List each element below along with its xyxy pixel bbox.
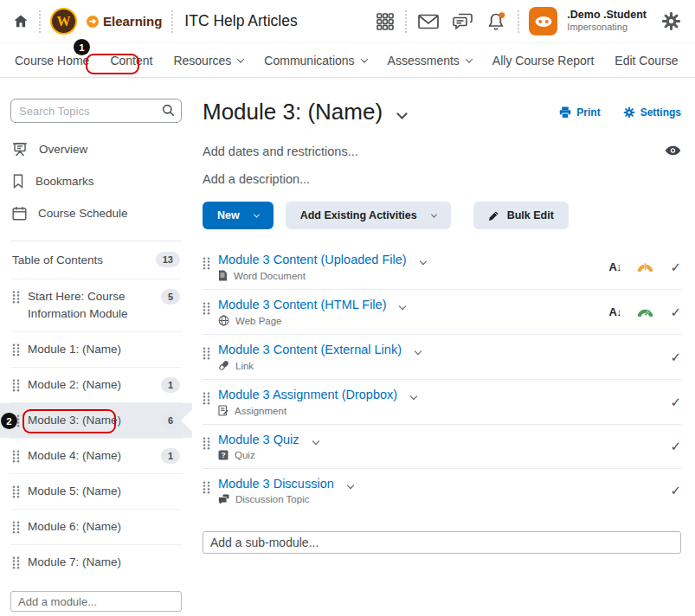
nav-label: Communications bbox=[264, 54, 354, 67]
chevron-down-icon[interactable] bbox=[347, 482, 354, 489]
nav-assessments[interactable]: Assessments bbox=[388, 54, 472, 67]
toc-count-badge: 13 bbox=[156, 252, 180, 267]
mail-icon[interactable] bbox=[416, 12, 441, 31]
new-button[interactable]: New bbox=[203, 202, 273, 229]
sidebar-item-course-schedule[interactable]: Course Schedule bbox=[10, 197, 182, 229]
home-icon[interactable] bbox=[12, 13, 29, 29]
drag-handle-icon[interactable] bbox=[203, 437, 210, 450]
app-launcher-icon[interactable] bbox=[375, 11, 396, 32]
add-description[interactable]: Add a description... bbox=[203, 172, 681, 186]
word-document-icon bbox=[218, 270, 228, 281]
drag-handle-icon[interactable] bbox=[203, 302, 210, 315]
drag-handle-icon[interactable] bbox=[12, 291, 20, 304]
sidebar-module-4[interactable]: Module 4: (Name) 1 bbox=[10, 438, 182, 473]
print-button[interactable]: Print bbox=[559, 106, 600, 119]
completion-check-icon[interactable]: ✓ bbox=[670, 350, 681, 365]
nav-communications[interactable]: Communications bbox=[264, 54, 366, 67]
settings-button[interactable]: Settings bbox=[623, 106, 681, 119]
drag-handle-icon[interactable] bbox=[12, 379, 20, 392]
nav-ally-course-report[interactable]: Ally Course Report bbox=[492, 54, 595, 67]
drag-handle-icon[interactable] bbox=[12, 450, 20, 463]
module-label: Module 6: (Name) bbox=[28, 518, 180, 536]
user-avatar[interactable] bbox=[529, 7, 557, 35]
drag-handle-icon[interactable] bbox=[203, 347, 210, 360]
ally-score-gauge-green-icon[interactable] bbox=[637, 305, 653, 320]
sidebar-module-3-selected[interactable]: Module 3: (Name) 6 bbox=[10, 402, 182, 438]
search-input[interactable] bbox=[10, 99, 182, 123]
content-row-discussion: Module 3 Discussion Discussion Topic ✓ bbox=[203, 469, 681, 512]
sidebar-module-1[interactable]: Module 1: (Name) bbox=[10, 331, 182, 367]
completion-check-icon[interactable]: ✓ bbox=[670, 260, 681, 275]
sidebar-item-bookmarks[interactable]: Bookmarks bbox=[10, 165, 182, 197]
drag-handle-icon[interactable] bbox=[12, 556, 20, 569]
printer-icon bbox=[559, 106, 571, 119]
sidebar-item-overview[interactable]: Overview bbox=[10, 133, 182, 165]
chevron-down-icon[interactable] bbox=[312, 438, 319, 445]
university-logo[interactable]: W bbox=[50, 8, 77, 35]
content-item-list: Module 3 Content (Uploaded File) Word Do… bbox=[203, 245, 681, 512]
bookmark-icon bbox=[12, 174, 24, 189]
nav-content[interactable]: Content bbox=[110, 54, 152, 67]
content-item-link[interactable]: Module 3 Content (Uploaded File) bbox=[218, 253, 407, 266]
chevron-down-icon[interactable] bbox=[415, 348, 422, 355]
sidebar-module-5[interactable]: Module 5: (Name) bbox=[10, 473, 182, 509]
nav-edit-course[interactable]: Edit Course bbox=[615, 54, 678, 67]
content-item-link[interactable]: Module 3 Content (External Link) bbox=[218, 343, 402, 356]
add-module-input[interactable] bbox=[10, 591, 182, 612]
drag-handle-icon[interactable] bbox=[203, 481, 210, 494]
sidebar-module-2[interactable]: Module 2: (Name) 1 bbox=[10, 367, 182, 402]
nav-course-home[interactable]: Course Home bbox=[15, 54, 89, 67]
ally-score-gauge-orange-icon[interactable] bbox=[637, 260, 653, 275]
chevron-down-icon[interactable] bbox=[419, 258, 426, 265]
completion-check-icon[interactable]: ✓ bbox=[670, 305, 681, 320]
nav-resources[interactable]: Resources bbox=[173, 54, 243, 67]
bulk-edit-button[interactable]: Bulk Edit bbox=[473, 202, 569, 229]
accessibility-download-icon[interactable]: A↓ bbox=[609, 305, 621, 318]
module-label: Module 4: (Name) bbox=[28, 447, 161, 465]
accessibility-download-icon[interactable]: A↓ bbox=[609, 260, 621, 273]
user-menu[interactable]: .Demo .Student Impersonating bbox=[567, 9, 647, 33]
chevron-down-icon[interactable] bbox=[410, 393, 417, 400]
drag-handle-icon[interactable] bbox=[203, 392, 210, 405]
content-item-type: Quiz bbox=[235, 450, 255, 460]
add-submodule-input[interactable] bbox=[203, 531, 681, 554]
sidebar-module-start-here[interactable]: Start Here: Course Information Module 5 bbox=[10, 279, 182, 331]
content-item-link[interactable]: Module 3 Discussion bbox=[218, 477, 334, 491]
add-existing-activities-button[interactable]: Add Existing Activities bbox=[286, 202, 451, 229]
elearning-brand-link[interactable]: ➜ Elearning bbox=[87, 14, 162, 29]
completion-check-icon[interactable]: ✓ bbox=[670, 395, 681, 410]
header-divider bbox=[39, 10, 41, 33]
header-divider bbox=[171, 10, 173, 33]
completion-check-icon[interactable]: ✓ bbox=[670, 439, 681, 454]
admin-gear-icon[interactable] bbox=[660, 10, 683, 33]
user-name: .Demo .Student bbox=[567, 9, 647, 22]
site-title: ITC Help Articles bbox=[184, 12, 297, 30]
toc-label: Table of Contents bbox=[12, 253, 103, 266]
content-item-link[interactable]: Module 3 Quiz bbox=[218, 433, 299, 446]
nav-label: Assessments bbox=[388, 54, 460, 67]
module-label: Module 5: (Name) bbox=[28, 483, 180, 500]
content-item-type: Assignment bbox=[235, 406, 286, 416]
drag-handle-icon[interactable] bbox=[12, 343, 20, 356]
visibility-eye-icon[interactable] bbox=[665, 144, 681, 158]
sidebar-module-6[interactable]: Module 6: (Name) bbox=[10, 509, 182, 544]
add-dates-restrictions[interactable]: Add dates and restrictions... bbox=[203, 144, 358, 158]
brand-label: Elearning bbox=[103, 14, 162, 29]
content-item-link[interactable]: Module 3 Content (HTML File) bbox=[218, 298, 386, 311]
drag-handle-icon[interactable] bbox=[12, 485, 20, 498]
web-page-globe-icon bbox=[218, 315, 229, 326]
completion-check-icon[interactable]: ✓ bbox=[670, 483, 681, 498]
search-icon[interactable] bbox=[162, 104, 175, 120]
drag-handle-icon[interactable] bbox=[203, 257, 210, 270]
drag-handle-icon[interactable] bbox=[12, 521, 20, 534]
table-of-contents-link[interactable]: Table of Contents 13 bbox=[10, 241, 182, 279]
chat-icon[interactable] bbox=[450, 10, 475, 32]
sidebar-module-7[interactable]: Module 7: (Name) bbox=[10, 544, 182, 580]
module-label: Start Here: Course Information Module bbox=[28, 288, 161, 323]
discussion-icon bbox=[218, 494, 229, 504]
module-count-badge: 1 bbox=[161, 377, 180, 393]
content-item-link[interactable]: Module 3 Assignment (Dropbox) bbox=[218, 388, 397, 401]
title-dropdown-chevron-icon[interactable] bbox=[396, 108, 408, 119]
notifications-bell-icon[interactable] bbox=[485, 10, 508, 33]
chevron-down-icon[interactable] bbox=[399, 303, 406, 310]
